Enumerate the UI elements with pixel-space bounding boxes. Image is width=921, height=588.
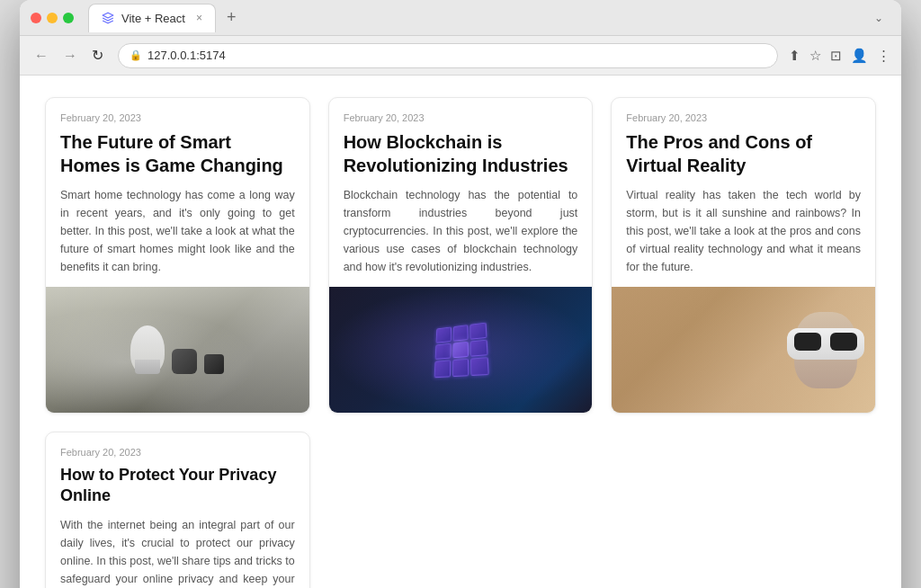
blog-grid: February 20, 2023 The Future of Smart Ho… [45, 97, 876, 414]
page-content: February 20, 2023 The Future of Smart Ho… [20, 76, 901, 588]
card-content: February 20, 2023 The Pros and Cons of V… [612, 98, 875, 287]
blockchain-cube [434, 323, 489, 379]
tab-bar: Vite + React × + ⌄ [88, 4, 890, 32]
vite-icon [102, 12, 114, 24]
card-vr[interactable]: February 20, 2023 The Pros and Cons of V… [611, 97, 876, 414]
card-smart-home[interactable]: February 20, 2023 The Future of Smart Ho… [45, 97, 310, 414]
card-title: How to Protect Your Privacy Online [60, 465, 295, 507]
card-excerpt: Smart home technology has come a long wa… [60, 186, 295, 276]
maximize-traffic-light[interactable] [63, 13, 74, 23]
blockchain-illustration [329, 287, 593, 413]
cube-block [434, 361, 451, 379]
cube-block [470, 323, 487, 340]
traffic-lights [31, 13, 74, 23]
card-date: February 20, 2023 [344, 112, 578, 123]
cube-block [452, 325, 469, 341]
cube-block [470, 339, 488, 357]
vr-illustration [612, 287, 875, 413]
card-date: February 20, 2023 [60, 112, 295, 123]
card-excerpt: With the internet being an integral part… [60, 516, 295, 588]
card-image-smart-home [46, 287, 309, 413]
toolbar-right: ⬆ ☆ ⊡ 👤 ⋮ [789, 48, 890, 64]
tab-overflow-button[interactable]: ⌄ [874, 12, 883, 24]
smart-home-illustration [46, 287, 309, 413]
card-title: The Future of Smart Homes is Game Changi… [60, 130, 295, 177]
card-content: February 20, 2023 How Blockchain is Revo… [329, 98, 593, 287]
title-bar: Vite + React × + ⌄ [20, 0, 901, 36]
card-date: February 20, 2023 [60, 447, 295, 458]
split-button[interactable]: ⊡ [830, 48, 842, 64]
card-date: February 20, 2023 [626, 112, 861, 123]
cube-block [452, 359, 469, 377]
tab-label: Vite + React [121, 12, 185, 25]
back-button[interactable]: ← [31, 45, 52, 66]
address-text: 127.0.0.1:5174 [148, 49, 766, 62]
cube-block [436, 326, 452, 343]
cube-block [452, 341, 469, 358]
card-title: The Pros and Cons of Virtual Reality [626, 130, 861, 177]
card-blockchain[interactable]: February 20, 2023 How Blockchain is Revo… [328, 97, 594, 414]
card-privacy[interactable]: February 20, 2023 How to Protect Your Pr… [45, 432, 310, 588]
forward-button[interactable]: → [59, 45, 81, 66]
menu-button[interactable]: ⋮ [877, 48, 890, 64]
device-group [130, 325, 224, 374]
minimize-traffic-light[interactable] [47, 13, 58, 23]
card-image-vr [612, 287, 875, 413]
address-bar: ← → ↻ 🔒 127.0.0.1:5174 ⬆ ☆ ⊡ 👤 ⋮ [20, 36, 901, 76]
google-home-device [130, 325, 165, 374]
bookmark-button[interactable]: ☆ [809, 48, 821, 64]
card-content: February 20, 2023 How to Protect Your Pr… [46, 432, 309, 588]
new-tab-button[interactable]: + [219, 8, 244, 27]
card-title: How Blockchain is Revolutionizing Indust… [344, 130, 578, 177]
close-traffic-light[interactable] [31, 13, 41, 23]
address-protocol: 127.0.0.1:5174 [148, 49, 226, 62]
card-excerpt: Blockchain technology has the potential … [344, 186, 578, 276]
tab-close-button[interactable]: × [196, 12, 202, 24]
cube-block [435, 343, 452, 360]
address-bar-input[interactable]: 🔒 127.0.0.1:5174 [118, 43, 778, 68]
card-excerpt: Virtual reality has taken the tech world… [626, 186, 861, 276]
share-button[interactable]: ⬆ [789, 48, 800, 64]
smart-device-mini [204, 354, 224, 374]
card-image-blockchain [329, 287, 593, 413]
active-tab[interactable]: Vite + React × [88, 4, 216, 32]
lock-icon: 🔒 [130, 49, 142, 61]
vr-device [787, 328, 864, 360]
card-content: February 20, 2023 The Future of Smart Ho… [46, 98, 309, 287]
vr-head [794, 312, 857, 388]
blog-bottom-row: February 20, 2023 How to Protect Your Pr… [45, 432, 876, 588]
cube-block [470, 357, 488, 376]
vr-headset [794, 312, 857, 388]
profile-button[interactable]: 👤 [851, 48, 868, 64]
nav-buttons: ← → ↻ [31, 45, 107, 66]
browser-window: Vite + React × + ⌄ ← → ↻ 🔒 127.0.0.1:517… [20, 0, 901, 588]
refresh-button[interactable]: ↻ [88, 45, 107, 66]
smart-speaker-small [172, 349, 197, 374]
